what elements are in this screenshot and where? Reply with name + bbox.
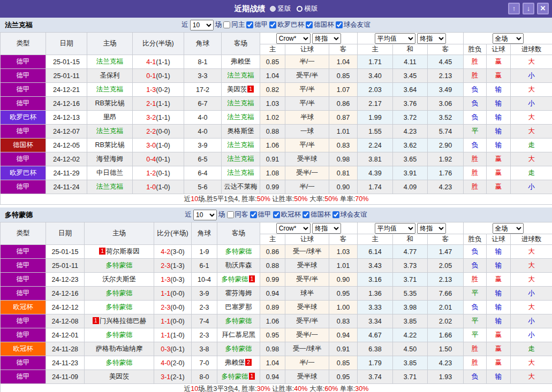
half-time-score: (2-1) bbox=[170, 373, 184, 381]
summary-stat-value: 30% bbox=[257, 385, 270, 392]
handicap-odds-home: 1.02 bbox=[260, 111, 285, 125]
full-time-score: 1-3 bbox=[146, 86, 156, 94]
same-venue-checkbox[interactable] bbox=[227, 211, 234, 218]
sub-header-avg-home: 主 bbox=[358, 234, 393, 245]
corner-score: 3-3 bbox=[184, 69, 222, 83]
avg-final-select[interactable]: 终指 bbox=[417, 223, 446, 234]
match-count-select[interactable]: 10 bbox=[190, 20, 214, 30]
away-team: 拜仁慕尼黑 bbox=[217, 328, 260, 342]
avg-odds-home: 6.38 bbox=[358, 342, 393, 356]
full-time-score: 1-1 bbox=[161, 318, 170, 325]
league-checkbox[interactable] bbox=[250, 211, 257, 218]
score: 1-0(1-0) bbox=[133, 180, 184, 194]
red-card-badge: 1 bbox=[249, 373, 255, 380]
team-label: 多特蒙德 bbox=[225, 345, 252, 352]
result-outcome: 平 bbox=[464, 125, 487, 139]
avg-odds-home: 3.40 bbox=[358, 69, 393, 83]
avg-odds-draw: 3.71 bbox=[393, 273, 428, 287]
away-team: 多特蒙德1 bbox=[217, 370, 260, 384]
avg-odds-away: 1.50 bbox=[428, 342, 464, 356]
match-type: 德甲 bbox=[1, 55, 46, 69]
team-name: 多特蒙德 bbox=[5, 210, 33, 220]
radio-icon[interactable] bbox=[270, 6, 276, 12]
team-label: 勒沃库森 bbox=[225, 262, 252, 269]
avg-odds-draw: 4.22 bbox=[393, 328, 428, 342]
away-team: 弗赖堡2 bbox=[217, 356, 260, 370]
home-team: 萨格勒布迪纳摩 bbox=[85, 342, 154, 356]
result-outcome: 平 bbox=[464, 328, 487, 342]
handicap-odds-home: 0.95 bbox=[260, 328, 285, 342]
league-checkbox[interactable] bbox=[336, 21, 343, 28]
league-filter[interactable]: 德甲 bbox=[246, 20, 268, 29]
full-time-score: 4-2 bbox=[161, 248, 170, 256]
team-label: 多特蒙德 bbox=[225, 317, 252, 325]
avg-odds-draw: 4.77 bbox=[393, 245, 428, 259]
scope-select[interactable]: 全场 bbox=[493, 223, 524, 234]
sub-header-handicap-result: 让球 bbox=[487, 44, 511, 55]
match-date: 24-12-01 bbox=[46, 328, 85, 342]
team-label: 法兰克福 bbox=[96, 127, 123, 135]
handicap-odds-away: 1.01 bbox=[329, 259, 358, 273]
scope-select[interactable]: 全场 bbox=[493, 33, 524, 44]
handicap-line: 平/半 bbox=[285, 83, 329, 97]
half-time-score: (2-0) bbox=[170, 359, 184, 367]
radio-icon[interactable] bbox=[297, 6, 303, 12]
league-checkbox[interactable] bbox=[246, 21, 253, 28]
avg-odds-away: 3.52 bbox=[428, 111, 464, 125]
avg-source-select[interactable]: 平均值 bbox=[375, 33, 415, 44]
match-row: 欧冠杯 24-12-12 多特蒙德 2-3(0-0) 2-3 巴塞罗那 0.89… bbox=[1, 301, 552, 314]
avg-final-select[interactable]: 终指 bbox=[417, 33, 446, 44]
same-venue-filter[interactable]: 同客 bbox=[227, 210, 248, 219]
full-time-score: 1-1 bbox=[161, 332, 170, 339]
result-handicap: 输 bbox=[487, 259, 511, 273]
league-checkbox[interactable] bbox=[306, 21, 313, 28]
league-filter[interactable]: 球会友谊 bbox=[332, 210, 367, 219]
summary-stat-value: 50% bbox=[324, 195, 338, 203]
avg-source-select[interactable]: 平均值 bbox=[375, 223, 415, 234]
league-checkbox[interactable] bbox=[269, 21, 276, 28]
move-up-button[interactable]: ↑ bbox=[508, 3, 520, 14]
match-row: 德甲 24-12-16 RB莱比锡 2-1(1-1) 6-7 法兰克福 1.03… bbox=[1, 97, 552, 111]
odds-final-select[interactable]: 终指 bbox=[312, 33, 341, 44]
league-filter[interactable]: 欧冠杯 bbox=[273, 210, 301, 219]
home-team: 沃尔夫斯堡 bbox=[85, 273, 154, 287]
same-venue-filter[interactable]: 同主 bbox=[223, 20, 245, 29]
match-date: 24-12-05 bbox=[46, 139, 87, 152]
same-venue-checkbox[interactable] bbox=[223, 21, 230, 28]
match-count-select[interactable]: 10 bbox=[193, 210, 217, 220]
view-option[interactable]: 竖版 bbox=[270, 4, 291, 13]
league-checkbox[interactable] bbox=[332, 211, 339, 218]
result-handicap: 输 bbox=[487, 83, 511, 97]
league-filter[interactable]: 球会友谊 bbox=[336, 20, 370, 29]
close-button[interactable]: ✕ bbox=[537, 3, 549, 14]
odds-source-select[interactable]: Crow* bbox=[276, 223, 311, 234]
team-label: 门兴格拉德巴赫 bbox=[100, 317, 147, 325]
summary-text: 场,胜5平1负4, 胜率: bbox=[198, 195, 257, 203]
handicap-odds-home: 0.94 bbox=[260, 287, 285, 301]
view-option-label: 竖版 bbox=[278, 4, 291, 13]
league-filter[interactable]: 德国杯 bbox=[306, 20, 334, 29]
league-filter[interactable]: 德甲 bbox=[250, 210, 271, 219]
handicap-line: 半/一 bbox=[285, 55, 329, 69]
avg-odds-draw: 3.85 bbox=[393, 356, 428, 370]
view-option[interactable]: 横版 bbox=[297, 4, 318, 13]
match-date: 24-12-21 bbox=[46, 83, 87, 97]
league-checkbox[interactable] bbox=[273, 211, 280, 218]
match-date: 24-12-12 bbox=[46, 301, 85, 314]
odds-source-select[interactable]: Crow* bbox=[276, 33, 311, 44]
corner-score: 4-0 bbox=[184, 125, 222, 139]
league-label: 德国杯 bbox=[311, 210, 331, 219]
avg-odds-draw: 3.76 bbox=[393, 97, 428, 111]
league-checkbox[interactable] bbox=[303, 211, 309, 218]
league-filter[interactable]: 德国杯 bbox=[303, 210, 331, 219]
match-row: 德甲 24-12-07 法兰克福 2-2(0-0) 4-0 奥格斯堡 0.88 … bbox=[1, 125, 552, 139]
col-header-score: 比分(半场) bbox=[154, 222, 192, 245]
score: 2-3(0-0) bbox=[154, 301, 192, 314]
odds-final-select[interactable]: 终指 bbox=[312, 223, 341, 234]
team-label: RB莱比锡 bbox=[95, 141, 125, 149]
league-filter[interactable]: 欧罗巴杯 bbox=[269, 20, 304, 29]
full-time-score: 3-0 bbox=[146, 142, 156, 149]
move-down-button[interactable]: ↓ bbox=[523, 3, 534, 14]
team-label: 中日德兰 bbox=[96, 169, 123, 176]
avg-odds-home: 6.14 bbox=[358, 245, 393, 259]
